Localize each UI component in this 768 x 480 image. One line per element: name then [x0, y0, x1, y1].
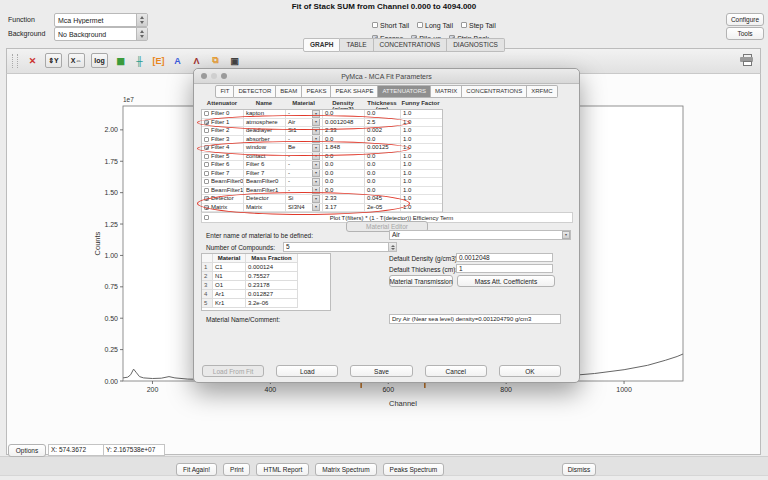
- density-cell[interactable]: 0.0: [323, 153, 365, 162]
- table-row[interactable]: Filter 6Filter 6-▾0.00.01.0: [202, 161, 442, 170]
- density-cell[interactable]: 2.33: [323, 195, 365, 204]
- compound-row[interactable]: 5Kr13.2e-06: [202, 299, 330, 308]
- material-cell[interactable]: -▾: [286, 136, 323, 145]
- options-button[interactable]: Options: [8, 444, 46, 457]
- material-cell[interactable]: Si▾: [286, 195, 323, 204]
- cancel-button[interactable]: Cancel: [425, 365, 487, 377]
- name-cell[interactable]: BeamFilter0: [244, 178, 286, 187]
- dismiss-button[interactable]: Dismiss: [562, 463, 596, 476]
- tab-graph[interactable]: GRAPH: [303, 38, 340, 52]
- html-report-button[interactable]: HTML Report: [256, 463, 309, 476]
- tools-button[interactable]: Tools: [726, 27, 764, 40]
- material-cell[interactable]: -▾: [286, 178, 323, 187]
- density-cell[interactable]: 3.17: [323, 204, 365, 213]
- y-autoscale-icon[interactable]: ⇕Y: [45, 53, 62, 68]
- save-icon[interactable]: ▣: [228, 54, 241, 67]
- table-row[interactable]: Filter 0kapton-▾0.00.01.0: [202, 110, 442, 119]
- peaks-search-icon[interactable]: Λ: [190, 54, 203, 67]
- combo-arrow-icon[interactable]: ▾: [312, 204, 320, 212]
- compound-material-cell[interactable]: N1: [213, 272, 246, 281]
- compound-row[interactable]: 2N10.75527: [202, 272, 330, 281]
- funny-factor-cell[interactable]: 1.0: [401, 161, 442, 170]
- attenuator-cell[interactable]: Filter 0: [202, 110, 244, 119]
- default-thickness-field[interactable]: 1: [456, 264, 553, 273]
- log-scale-icon[interactable]: log: [91, 53, 108, 68]
- funny-factor-cell[interactable]: 1.0: [401, 170, 442, 179]
- thickness-cell[interactable]: 0.0: [365, 178, 401, 187]
- attenuator-cell[interactable]: Filter 3: [202, 136, 244, 145]
- clear-zoom-icon[interactable]: ✕: [26, 54, 39, 67]
- compound-material-cell[interactable]: C1: [213, 263, 246, 272]
- load-button[interactable]: Load: [276, 365, 338, 377]
- dialog-tab-peaks[interactable]: PEAKS: [302, 85, 331, 98]
- attenuator-checkbox[interactable]: [204, 128, 209, 133]
- funny-factor-cell[interactable]: 1.0: [401, 127, 442, 136]
- density-cell[interactable]: 0.0012048: [323, 119, 365, 128]
- attenuator-cell[interactable]: Filter 2: [202, 127, 244, 136]
- name-cell[interactable]: BeamFilter1: [244, 187, 286, 196]
- mass-fraction-cell[interactable]: 3.2e-06: [246, 299, 298, 308]
- fit-again--button[interactable]: Fit Again!: [176, 463, 217, 476]
- attenuator-checkbox[interactable]: [204, 188, 209, 193]
- table-row[interactable]: Filter 2deadlayerSi1▾2.330.0021.0: [202, 127, 442, 136]
- combo-arrow-icon[interactable]: ▾: [312, 144, 320, 152]
- name-cell[interactable]: Matrix: [244, 204, 286, 213]
- name-cell[interactable]: kapton: [244, 110, 286, 119]
- attenuator-checkbox[interactable]: [204, 162, 209, 167]
- mass-att-coefficients-button[interactable]: Mass Att. Coefficients: [457, 275, 555, 287]
- table-row[interactable]: DetectorDetectorSi▾2.330.0451.0: [202, 195, 442, 204]
- attenuator-cell[interactable]: Filter 1: [202, 119, 244, 128]
- material-transmission-button[interactable]: Material Transmission: [389, 275, 453, 287]
- name-cell[interactable]: window: [244, 144, 286, 153]
- thickness-cell[interactable]: 0.0: [365, 110, 401, 119]
- funny-factor-cell[interactable]: 1.0: [401, 204, 442, 213]
- compound-row[interactable]: 4Ar10.012827: [202, 290, 330, 299]
- minimize-window-icon[interactable]: [211, 73, 217, 79]
- attenuator-checkbox[interactable]: [204, 171, 209, 176]
- material-name-combo[interactable]: Air ▾: [389, 230, 571, 240]
- combo-arrow-icon[interactable]: ▾: [312, 178, 320, 186]
- matrix-spectrum-button[interactable]: Matrix Spectrum: [315, 463, 376, 476]
- funny-factor-cell[interactable]: 1.0: [401, 187, 442, 196]
- density-cell[interactable]: 0.0: [323, 161, 365, 170]
- combo-arrow-icon[interactable]: ▾: [312, 110, 320, 118]
- energy-axis-icon[interactable]: [E]: [152, 54, 165, 67]
- compound-row[interactable]: 3O10.23178: [202, 281, 330, 290]
- attenuator-checkbox[interactable]: [204, 120, 209, 125]
- combo-arrow-icon[interactable]: ▾: [312, 127, 320, 135]
- combo-arrow-icon[interactable]: ▾: [312, 161, 320, 169]
- table-row[interactable]: BeamFilter0BeamFilter0-▾0.00.01.0: [202, 178, 442, 187]
- name-cell[interactable]: absorber: [244, 136, 286, 145]
- density-cell[interactable]: 0.0: [323, 170, 365, 179]
- material-cell[interactable]: -▾: [286, 153, 323, 162]
- funny-factor-cell[interactable]: 1.0: [401, 195, 442, 204]
- configure-button[interactable]: Configure: [726, 13, 764, 26]
- density-cell[interactable]: 0.0: [323, 178, 365, 187]
- zoom-window-icon[interactable]: [221, 73, 227, 79]
- fit-icon[interactable]: A: [171, 54, 184, 67]
- density-cell[interactable]: 0.0: [323, 136, 365, 145]
- efficiency-checkbox[interactable]: [204, 215, 209, 220]
- attenuator-cell[interactable]: Filter 4: [202, 144, 244, 153]
- attenuator-checkbox[interactable]: [204, 111, 209, 116]
- attenuator-checkbox[interactable]: [204, 205, 209, 210]
- density-cell[interactable]: 2.33: [323, 127, 365, 136]
- material-cell[interactable]: SI3N4▾: [286, 204, 323, 213]
- x-autoscale-icon[interactable]: X⇔: [68, 53, 85, 68]
- name-cell[interactable]: deadlayer: [244, 127, 286, 136]
- attenuator-cell[interactable]: Detector: [202, 195, 244, 204]
- table-row[interactable]: BeamFilter1BeamFilter1-▾0.00.01.0: [202, 187, 442, 196]
- attenuator-checkbox[interactable]: [204, 179, 209, 184]
- attenuator-cell[interactable]: BeamFilter1: [202, 187, 244, 196]
- default-density-field[interactable]: 0.0012048: [456, 253, 553, 262]
- combo-arrow-icon[interactable]: ▾: [312, 187, 320, 195]
- material-cell[interactable]: Si1▾: [286, 127, 323, 136]
- histogram-icon[interactable]: ╫: [133, 54, 146, 67]
- attenuator-checkbox[interactable]: [204, 145, 209, 150]
- material-cell[interactable]: -▾: [286, 161, 323, 170]
- combo-arrow-icon[interactable]: ▾: [312, 153, 320, 161]
- attenuator-checkbox[interactable]: [204, 137, 209, 142]
- compound-row[interactable]: 1C10.000124: [202, 263, 330, 272]
- combo-arrow-icon[interactable]: ▾: [312, 170, 320, 178]
- material-comment-field[interactable]: Dry Air (Near sea level) density=0.00120…: [389, 314, 561, 324]
